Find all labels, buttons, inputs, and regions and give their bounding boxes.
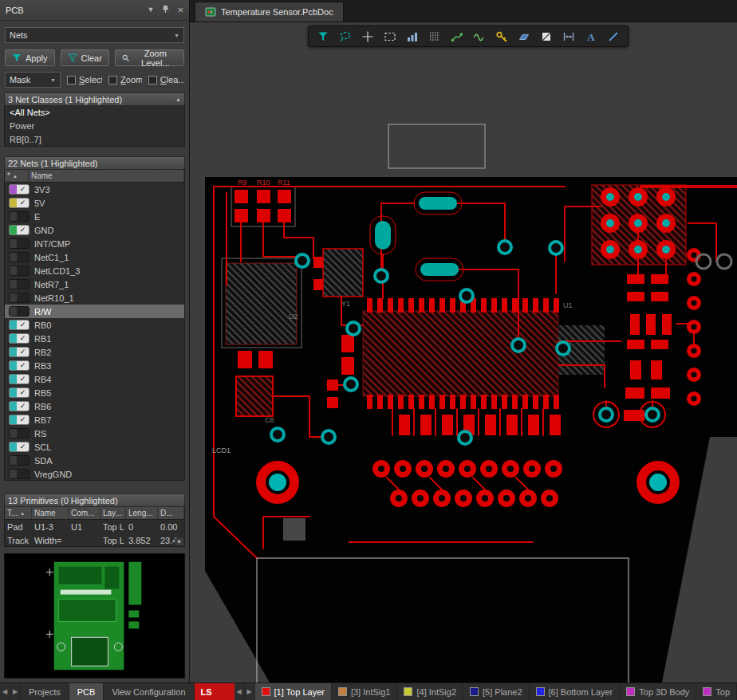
dimension-icon[interactable] <box>558 27 579 45</box>
panel-tab-projects[interactable]: Projects <box>21 683 69 700</box>
net-row[interactable]: ✓RB6 <box>5 399 184 413</box>
panel-menu-icon[interactable]: ▼ <box>147 6 154 14</box>
net-row[interactable]: NetC1_1 <box>5 250 184 264</box>
net-row[interactable]: ✓RB4 <box>5 372 184 386</box>
net-row[interactable]: NetLCD1_3 <box>5 264 184 277</box>
net-row[interactable]: ✓RB5 <box>5 386 184 399</box>
net-visibility-toggle[interactable]: ✓ <box>9 387 30 398</box>
net-visibility-toggle[interactable] <box>9 211 30 222</box>
net-row[interactable]: E <box>5 210 184 223</box>
net-class-item[interactable]: <All Nets> <box>5 106 184 120</box>
net-visibility-toggle[interactable]: ✓ <box>9 360 30 371</box>
layer-scroll-left-icon[interactable]: ◀ <box>235 683 245 700</box>
net-visibility-toggle[interactable] <box>9 252 30 262</box>
layer-scroll-right-icon[interactable]: ▶ <box>245 683 255 700</box>
net-visibility-toggle[interactable] <box>9 306 30 317</box>
net-row[interactable]: ✓3V3 <box>5 183 184 196</box>
net-visibility-toggle[interactable] <box>9 455 30 466</box>
net-visibility-toggle[interactable] <box>9 469 30 479</box>
pin-icon[interactable] <box>161 5 170 15</box>
column-header[interactable]: Leng... <box>126 507 158 519</box>
net-row[interactable]: SDA <box>5 454 184 467</box>
scroll-down-icon[interactable]: ▼ <box>175 538 183 545</box>
net-row[interactable]: ✓RB2 <box>5 345 184 359</box>
net-row[interactable]: ✓RB7 <box>5 413 184 427</box>
marquee-icon[interactable] <box>380 27 400 45</box>
line-icon[interactable] <box>603 27 624 45</box>
net-visibility-toggle[interactable]: ✓ <box>9 320 30 330</box>
layer-tab[interactable]: [6] Bottom Layer <box>530 683 621 700</box>
tab-scroll-right-icon[interactable]: ▶ <box>10 683 21 700</box>
layer-tab[interactable]: Top <box>696 683 737 700</box>
column-header[interactable]: *▲ <box>5 170 29 182</box>
net-row[interactable]: ✓SCL <box>5 440 184 454</box>
net-visibility-toggle[interactable]: ✓ <box>9 374 30 384</box>
layer-tab[interactable]: [3] IntSig1 <box>332 683 398 700</box>
zoom-level-button[interactable]: Zoom Level... <box>115 49 184 66</box>
column-header[interactable]: Name <box>32 507 69 519</box>
net-row[interactable]: ✓RB0 <box>5 318 184 332</box>
mounting-hole-right[interactable] <box>636 461 680 504</box>
mask-dropdown[interactable]: Mask ▼ <box>5 72 61 88</box>
select-checkbox[interactable]: Select <box>67 75 102 85</box>
differential-route-icon[interactable] <box>469 27 490 45</box>
pcb-board[interactable]: R9R10R11U2Y1C8U1LCD1 <box>190 22 737 682</box>
text-icon[interactable]: A <box>581 27 601 45</box>
net-row[interactable]: INT/CMP <box>5 237 184 250</box>
mounting-hole-left[interactable] <box>256 461 299 504</box>
net-visibility-toggle[interactable]: ✓ <box>9 333 30 344</box>
net-class-item[interactable]: RB[0..7] <box>5 133 184 147</box>
net-visibility-toggle[interactable]: ✓ <box>9 198 30 208</box>
panel-tab-pcb[interactable]: PCB <box>69 683 104 700</box>
net-visibility-toggle[interactable] <box>9 279 30 289</box>
net-visibility-toggle[interactable]: ✓ <box>9 442 30 452</box>
stack-icon[interactable] <box>402 27 423 45</box>
layer-tab[interactable]: [5] Plane2 <box>463 683 530 700</box>
apply-button[interactable]: Apply <box>5 49 55 66</box>
net-visibility-toggle[interactable]: ✓ <box>9 347 30 357</box>
net-visibility-toggle[interactable] <box>9 293 30 303</box>
nets-mode-dropdown[interactable]: Nets ▼ <box>5 27 184 43</box>
layer-tab[interactable]: [1] Top Layer <box>255 683 332 700</box>
crosshair-icon[interactable] <box>357 27 378 45</box>
column-header[interactable]: Com... <box>69 507 100 519</box>
column-header[interactable]: D... <box>158 507 184 519</box>
close-icon[interactable]: × <box>177 5 183 15</box>
net-row[interactable]: ✓RB1 <box>5 332 184 345</box>
document-tab[interactable]: Temperature Sensor.PcbDoc <box>195 2 344 22</box>
column-header[interactable]: Name <box>29 170 184 182</box>
column-header[interactable]: Lay... <box>100 507 126 519</box>
primitive-row[interactable]: TrackWidth=Top L3.85223.4 <box>5 533 184 547</box>
net-row[interactable]: R/W <box>5 305 184 318</box>
net-row[interactable]: NetR7_1 <box>5 277 184 291</box>
net-row[interactable]: ✓5V <box>5 196 184 210</box>
net-visibility-toggle[interactable]: ✓ <box>9 225 30 235</box>
zoom-checkbox[interactable]: Zoom <box>108 75 142 85</box>
grid-icon[interactable] <box>424 27 445 45</box>
net-row[interactable]: VregGND <box>5 467 184 481</box>
net-visibility-toggle[interactable]: ✓ <box>9 401 30 411</box>
net-class-item[interactable]: Power <box>5 120 184 133</box>
key-icon[interactable] <box>491 27 512 45</box>
net-row[interactable]: RS <box>5 427 184 440</box>
layer-tab[interactable]: Top 3D Body <box>620 683 696 700</box>
component-c8[interactable] <box>236 376 273 416</box>
filter-icon[interactable] <box>313 27 333 45</box>
net-visibility-toggle[interactable]: ✓ <box>9 415 30 425</box>
lasso-icon[interactable] <box>335 27 356 45</box>
tab-scroll-left-icon[interactable]: ◀ <box>0 683 10 700</box>
board-preview[interactable] <box>4 553 185 678</box>
layer-set-badge[interactable]: LS <box>195 683 235 700</box>
layer-tab[interactable]: [4] IntSig2 <box>397 683 463 700</box>
net-row[interactable]: ✓GND <box>5 223 184 237</box>
panel-tab-view-configuration[interactable]: View Configuration <box>104 683 194 700</box>
pcb-editor-viewport[interactable]: R9R10R11U2Y1C8U1LCD1 A <box>190 22 737 682</box>
polygon-cutout-icon[interactable] <box>536 27 557 45</box>
net-visibility-toggle[interactable] <box>9 428 30 438</box>
scroll-up-icon[interactable]: ▲ <box>175 96 181 102</box>
column-header[interactable]: T...▲ <box>5 507 32 519</box>
net-row[interactable]: ✓RB3 <box>5 359 184 372</box>
clear-button[interactable]: Clear <box>61 49 109 66</box>
net-visibility-toggle[interactable] <box>9 265 30 276</box>
net-visibility-toggle[interactable] <box>9 238 30 249</box>
